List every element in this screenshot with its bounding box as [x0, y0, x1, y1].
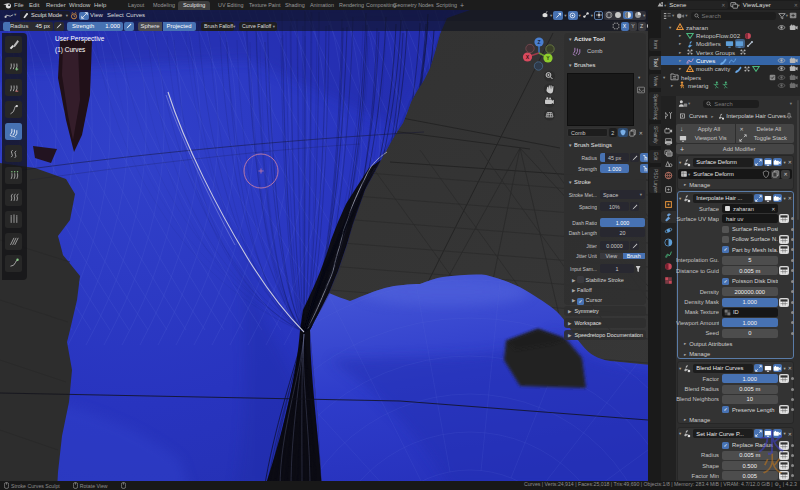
svg-text:Z: Z: [537, 39, 540, 45]
svg-text:User Perspective: User Perspective: [55, 35, 105, 43]
svg-text:(1) Curves: (1) Curves: [55, 46, 86, 54]
